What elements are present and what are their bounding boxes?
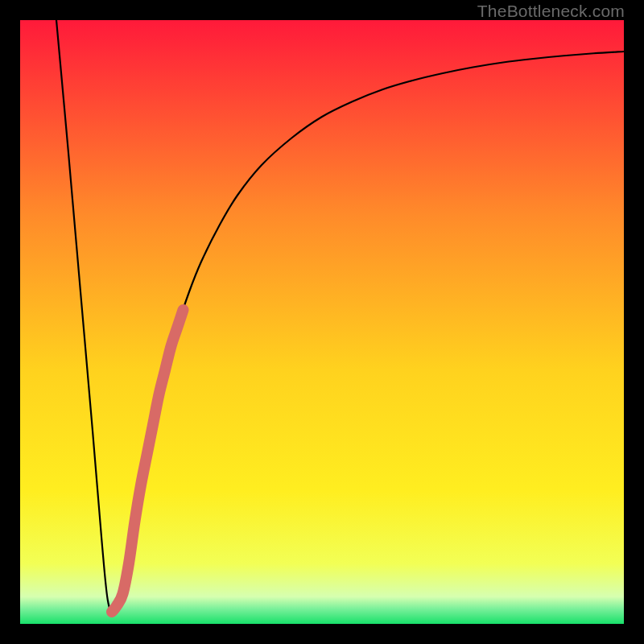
chart-svg xyxy=(20,20,624,624)
chart-frame: TheBottleneck.com xyxy=(0,0,644,644)
plot-area xyxy=(20,20,624,624)
gradient-background xyxy=(20,20,624,624)
watermark-text: TheBottleneck.com xyxy=(477,2,625,21)
